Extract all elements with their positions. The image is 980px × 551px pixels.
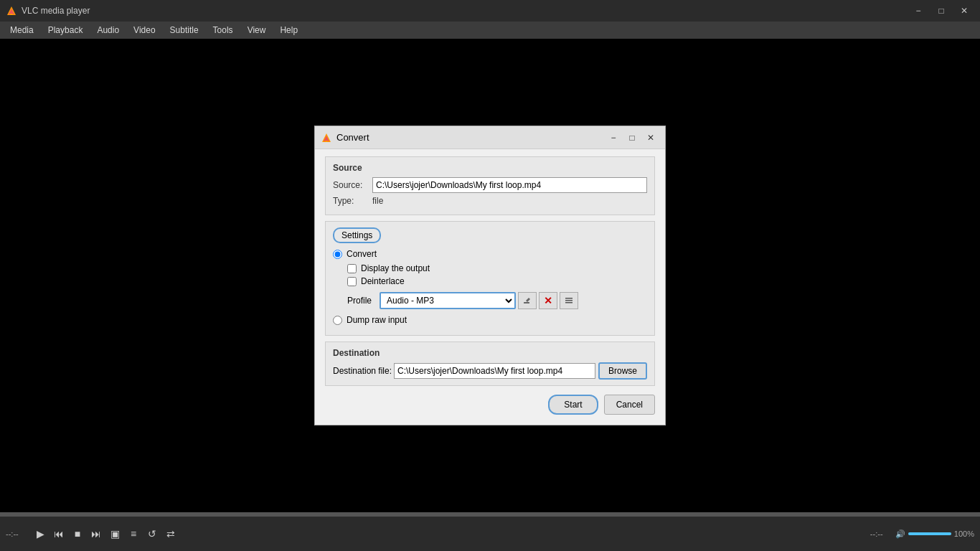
source-label: Source: xyxy=(333,180,372,190)
close-button[interactable]: ✕ xyxy=(954,4,974,18)
loop-button[interactable]: ↺ xyxy=(143,525,161,542)
delete-profile-button[interactable]: ✕ xyxy=(539,292,557,309)
volume-percent: 100% xyxy=(954,529,974,538)
next-button[interactable]: ⏭ xyxy=(88,525,105,542)
deinterlace-checkbox[interactable] xyxy=(347,277,357,286)
convert-radio-label: Convert xyxy=(347,249,377,259)
type-label: Type: xyxy=(333,196,372,206)
dump-radio[interactable] xyxy=(333,316,342,325)
play-button[interactable]: ▶ xyxy=(32,525,49,542)
browse-button[interactable]: Browse xyxy=(598,362,647,380)
menu-help[interactable]: Help xyxy=(273,22,305,39)
frame-button[interactable]: ▣ xyxy=(106,525,123,542)
profile-select[interactable]: Audio - MP3Video - H.264 + MP3 (MP4)Vide… xyxy=(380,292,516,309)
destination-file-label: Destination file: xyxy=(333,366,394,376)
menu-view[interactable]: View xyxy=(240,22,273,39)
shuffle-button[interactable]: ⇄ xyxy=(162,525,179,542)
dump-radio-label: Dump raw input xyxy=(347,315,407,325)
bottom-bar: --:-- ▶ ⏮ ■ ⏭ ▣ ≡ ↺ ⇄ --:-- 🔊 100% xyxy=(0,512,980,551)
source-input[interactable] xyxy=(372,177,647,193)
menu-bar: Media Playback Audio Video Subtitle Tool… xyxy=(0,22,980,39)
source-section: Source Source: Type: file xyxy=(325,156,655,215)
volume-area: 🔊 100% xyxy=(895,529,974,539)
convert-dialog: Convert − □ ✕ Source Source: Type: file xyxy=(314,126,666,425)
menu-audio[interactable]: Audio xyxy=(90,22,126,39)
display-output-label: Display the output xyxy=(361,263,430,273)
time-total: --:-- xyxy=(870,529,895,538)
cancel-button[interactable]: Cancel xyxy=(604,395,655,415)
edit-icon xyxy=(522,296,532,306)
add-profile-button[interactable] xyxy=(560,292,578,309)
convert-radio[interactable] xyxy=(333,250,342,259)
prev-button[interactable]: ⏮ xyxy=(50,525,67,542)
destination-section: Destination Destination file: Browse xyxy=(325,342,655,386)
window-controls: − □ ✕ xyxy=(908,4,974,18)
settings-tab[interactable]: Settings xyxy=(333,227,381,243)
settings-header: Settings xyxy=(333,227,647,243)
dialog-title: Convert xyxy=(336,132,603,143)
svg-rect-8 xyxy=(565,300,573,301)
svg-rect-6 xyxy=(524,302,529,303)
svg-rect-2 xyxy=(10,14,13,15)
vlc-icon xyxy=(6,5,17,17)
maximize-button[interactable]: □ xyxy=(931,4,951,18)
app-title: VLC media player xyxy=(22,6,908,16)
type-value: file xyxy=(372,196,383,206)
dialog-vlc-icon xyxy=(321,132,332,143)
volume-icon: 🔊 xyxy=(895,529,905,539)
source-field-row: Source: xyxy=(333,177,647,193)
destination-input[interactable] xyxy=(394,363,595,379)
list-icon xyxy=(564,296,574,306)
controls-row: --:-- ▶ ⏮ ■ ⏭ ▣ ≡ ↺ ⇄ --:-- 🔊 100% xyxy=(0,517,980,551)
menu-tools[interactable]: Tools xyxy=(206,22,240,39)
settings-section: Settings Convert Display the output Dein… xyxy=(325,221,655,336)
edit-profile-button[interactable] xyxy=(518,292,537,309)
svg-rect-5 xyxy=(325,141,328,142)
start-button[interactable]: Start xyxy=(548,395,598,415)
deinterlace-label: Deinterlace xyxy=(361,276,405,286)
svg-rect-7 xyxy=(565,298,573,299)
menu-media[interactable]: Media xyxy=(3,22,41,39)
dialog-footer: Start Cancel xyxy=(325,392,655,415)
profile-label: Profile xyxy=(347,296,380,306)
convert-radio-row: Convert xyxy=(333,249,647,259)
dialog-maximize-button[interactable]: □ xyxy=(623,131,641,145)
minimize-button[interactable]: − xyxy=(908,4,928,18)
menu-subtitle[interactable]: Subtitle xyxy=(163,22,206,39)
dialog-titlebar: Convert − □ ✕ xyxy=(315,126,665,149)
eq-button[interactable]: ≡ xyxy=(125,525,142,542)
display-output-checkbox[interactable] xyxy=(347,264,357,273)
source-section-label: Source xyxy=(333,163,647,173)
deinterlace-row: Deinterlace xyxy=(347,276,647,286)
dialog-minimize-button[interactable]: − xyxy=(605,131,622,145)
menu-playback[interactable]: Playback xyxy=(41,22,90,39)
destination-row: Destination file: Browse xyxy=(333,362,647,380)
stop-button[interactable]: ■ xyxy=(69,525,86,542)
volume-fill xyxy=(908,532,951,535)
title-bar: VLC media player − □ ✕ xyxy=(0,0,980,22)
dialog-body: Source Source: Type: file Settings Conve… xyxy=(315,149,665,425)
volume-bar[interactable] xyxy=(908,532,951,535)
menu-video[interactable]: Video xyxy=(126,22,162,39)
dump-radio-row: Dump raw input xyxy=(333,315,647,325)
type-field-row: Type: file xyxy=(333,196,647,206)
progress-bar[interactable] xyxy=(0,512,980,517)
delete-icon: ✕ xyxy=(544,295,552,306)
profile-row: Profile Audio - MP3Video - H.264 + MP3 (… xyxy=(347,292,647,309)
destination-section-label: Destination xyxy=(333,348,647,358)
display-output-row: Display the output xyxy=(347,263,647,273)
time-current: --:-- xyxy=(6,529,31,538)
svg-rect-9 xyxy=(565,302,573,303)
dialog-close-button[interactable]: ✕ xyxy=(642,131,659,145)
